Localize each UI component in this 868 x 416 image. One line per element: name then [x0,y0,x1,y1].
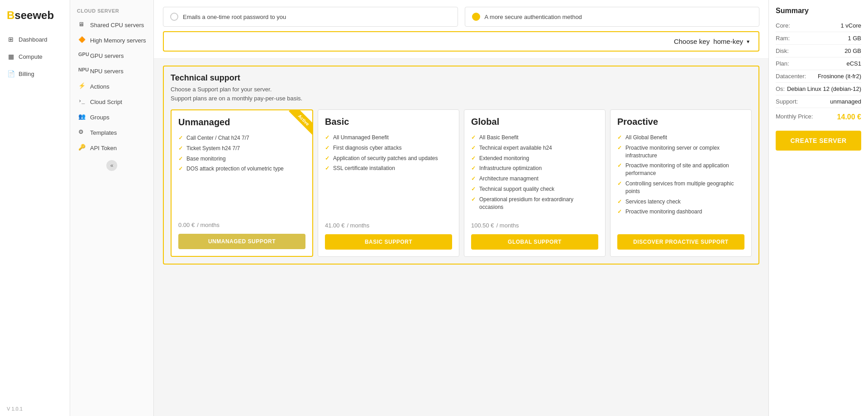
sidebar-item-npu-label: NPU servers [90,68,124,75]
cloud-script-icon: ›_ [78,98,86,106]
plan-features-global: All Basic Benefit Technical expert avail… [471,134,598,213]
plan-features-unmanaged: Call Center / Chat h24 7/7 Ticket System… [178,134,305,213]
global-support-button[interactable]: GLOBAL SUPPORT [471,234,598,250]
plan-name-basic: Basic [325,117,452,127]
feature-item: Application of security patches and upda… [325,155,452,162]
feature-item: Base monitoring [178,155,305,163]
feature-item: Controlling services from multiple geogr… [617,180,744,195]
plan-card-unmanaged: Active Unmanaged Call Center / Chat h24 … [171,109,313,257]
summary-monthly-price-label: Monthly Price: [776,113,813,121]
feature-item: Proactive monitoring of site and applica… [617,162,744,177]
feature-item: Proactive monitoring server or complex i… [617,144,744,160]
plan-price-global: 100.50 € / months [471,220,598,230]
dashboard-icon: ⊞ [7,35,15,43]
plans-grid: Active Unmanaged Call Center / Chat h24 … [171,109,752,257]
sidebar-item-templates[interactable]: ⚙ Templates [70,125,153,140]
key-select-label: Choose key [674,38,710,45]
auth-password-option[interactable]: Emails a one-time root password to you [163,7,458,27]
sidebar-item-npu[interactable]: NPU NPU servers [70,63,153,79]
plan-features-basic: All Unmanaged Benefit First diagnosis cy… [325,134,452,213]
summary-row-os: Os: Debian Linux 12 (debian-12) [776,83,861,95]
compute-icon: ▦ [7,52,15,61]
sidebar2-title: CLOUD SERVER [70,5,153,17]
summary-row-disk: Disk: 20 GB [776,45,861,57]
support-title: Technical support [171,73,752,83]
sidebar-item-high-memory[interactable]: 🔶 High Memory servers [70,33,153,48]
feature-item: Extended monitoring [471,155,598,162]
proactive-support-button[interactable]: DISCOVER PROACTIVE SUPPORT [617,234,744,250]
gpu-icon: GPU [78,52,86,60]
sidebar-item-billing[interactable]: 📄 Billing [0,65,70,82]
auth-secure-label: A more secure authentication method [485,14,582,20]
logo: Bseeweb [0,5,70,31]
feature-item: Services latency check [617,198,744,206]
sidebar-item-dashboard[interactable]: ⊞ Dashboard [0,31,70,48]
high-memory-icon: 🔶 [78,36,86,44]
collapse-sidebar-button[interactable]: « [106,160,117,171]
sidebar-item-shared-cpu[interactable]: 🖥 Shared CPU servers [70,17,153,33]
sidebar-item-cloud-script-label: Cloud Script [90,99,122,105]
feature-item: Proactive monitoring dashboard [617,208,744,216]
summary-monthly-price-value: 14.00 € [837,113,861,121]
feature-item: Technical expert available h24 [471,144,598,152]
sidebar-item-gpu[interactable]: GPU GPU servers [70,48,153,63]
summary-support-label: Support: [776,98,798,105]
feature-item: Operational presidium for extraordinary … [471,196,598,211]
auth-password-radio[interactable] [170,13,178,21]
plan-name-global: Global [471,117,598,127]
sidebar-item-compute[interactable]: ▦ Compute [0,48,70,65]
summary-row-ram: Ram: 1 GB [776,32,861,45]
sidebar-item-dashboard-label: Dashboard [19,36,48,43]
summary-panel: Summary Core: 1 vCore Ram: 1 GB Disk: 20… [768,0,868,416]
plan-name-unmanaged: Unmanaged [178,117,305,128]
technical-support-section: Technical support Choose a Support plan … [163,66,759,265]
feature-item: All Basic Benefit [471,134,598,142]
sidebar-item-compute-label: Compute [19,53,43,60]
sidebar-item-shared-cpu-label: Shared CPU servers [90,22,144,28]
plan-card-global: Global All Basic Benefit Technical exper… [464,109,606,257]
auth-options-row: Emails a one-time root password to you A… [163,7,759,27]
summary-core-label: Core: [776,22,790,29]
sidebar-item-api-token-label: API Token [90,145,117,151]
feature-item: All Unmanaged Benefit [325,134,452,142]
summary-row-plan: Plan: eCS1 [776,57,861,70]
logo-text: seeweb [14,9,54,21]
summary-disk-label: Disk: [776,47,789,54]
sidebar-item-cloud-script[interactable]: ›_ Cloud Script [70,94,153,109]
auth-secure-option[interactable]: A more secure authentication method [465,7,760,27]
version-label: V 1.0.1 [0,402,70,416]
feature-item: Ticket System h24 7/7 [178,145,305,152]
create-server-button[interactable]: CREATE SERVER [776,131,861,151]
plan-name-proactive: Proactive [617,117,744,127]
summary-datacenter-label: Datacenter: [776,73,806,80]
feature-item: First diagnosis cyber attacks [325,144,452,152]
feature-item: Call Center / Chat h24 7/7 [178,134,305,142]
basic-support-button[interactable]: BASIC SUPPORT [325,234,452,250]
sidebar-item-actions[interactable]: ⚡ Actions [70,79,153,94]
plan-features-proactive: All Global Benefit Proactive monitoring … [617,134,744,223]
auth-password-label: Emails a one-time root password to you [183,14,286,20]
sidebar-item-api-token[interactable]: 🔑 API Token [70,140,153,156]
feature-item: Architecture managment [471,175,598,183]
templates-icon: ⚙ [78,128,86,137]
summary-row-core: Core: 1 vCore [776,19,861,32]
sidebar-item-templates-label: Templates [90,129,117,136]
plan-price-unmanaged: 0.00 € / months [178,220,305,229]
auth-secure-radio[interactable] [472,13,480,21]
summary-core-value: 1 vCore [840,22,861,29]
summary-row-datacenter: Datacenter: Frosinone (it-fr2) [776,70,861,83]
plan-price-basic: 41.00 € / months [325,220,452,230]
sidebar-item-groups[interactable]: 👥 Groups [70,109,153,125]
sidebar-item-gpu-label: GPU servers [90,52,124,59]
feature-item: SSL certificate installation [325,165,452,172]
key-select-dropdown[interactable]: Choose key home-key ▾ [163,31,759,52]
summary-ram-label: Ram: [776,35,790,42]
summary-os-value: Debian Linux 12 (debian-12) [787,85,861,92]
unmanaged-support-button[interactable]: UNMANAGED SUPPORT [178,234,305,249]
logo-b: B [7,9,14,21]
support-subtitle: Choose a Support plan for your server. S… [171,85,752,103]
sidebar-item-billing-label: Billing [19,71,34,77]
feature-item: Infrastructure optimization [471,165,598,172]
feature-item: All Global Benefit [617,134,744,142]
api-token-icon: 🔑 [78,144,86,152]
